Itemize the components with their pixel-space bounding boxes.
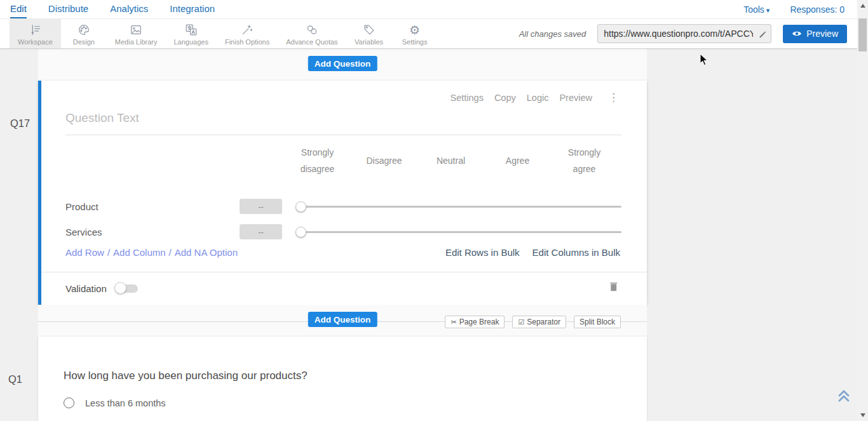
question-number-gutter <box>0 49 38 421</box>
scale-column-header[interactable]: Neutral <box>417 152 484 169</box>
question-logic-link[interactable]: Logic <box>527 93 549 103</box>
tag-icon <box>362 23 376 37</box>
chain-links-icon <box>305 23 319 37</box>
nav-links: Edit Distribute Analytics Integration <box>10 0 215 18</box>
double-chevron-up-icon <box>837 388 851 404</box>
add-question-button-top[interactable]: Add Question <box>308 56 377 71</box>
edit-columns-bulk-link[interactable]: Edit Columns in Bulk <box>532 247 620 258</box>
row-label[interactable]: Product <box>65 201 240 212</box>
option-label[interactable]: Less than 6 months <box>85 398 166 408</box>
pencil-icon <box>758 29 767 38</box>
question-copy-link[interactable]: Copy <box>494 93 516 103</box>
validation-toggle[interactable] <box>114 282 139 295</box>
question-id-q1: Q1 <box>8 373 22 385</box>
question-card-q17: Settings Copy Logic Preview ⋮ Question T… <box>38 81 647 305</box>
nav-tab-integration[interactable]: Integration <box>170 0 215 18</box>
slider <box>295 201 621 212</box>
checkbox-icon: ☑ <box>518 318 524 326</box>
editor-toolbar: Workspace Design Media Library Languages… <box>0 19 857 49</box>
row-column-links: Add Row/Add Column/Add NA Option <box>65 247 238 258</box>
toolbar-item-workspace[interactable]: Workspace <box>10 19 61 48</box>
question-text[interactable]: How long have you been purchasing our pr… <box>64 370 308 382</box>
gear-icon: ⚙ <box>409 23 420 37</box>
toolbar-item-advance-quotas[interactable]: Advance Quotas <box>278 19 346 48</box>
toolbar-item-label: Media Library <box>115 38 158 46</box>
split-block-button[interactable]: Split Block <box>574 316 621 328</box>
slider-handle[interactable] <box>295 201 306 212</box>
toolbar-item-label: Languages <box>173 38 208 46</box>
toolbar-item-label: Settings <box>402 38 428 46</box>
question-id-q17: Q17 <box>10 117 30 130</box>
nav-tab-distribute[interactable]: Distribute <box>48 0 88 18</box>
toolbar-item-label: Variables <box>355 38 383 46</box>
trash-icon <box>608 280 619 293</box>
eye-icon <box>792 30 802 37</box>
scale-column-header[interactable]: Strongly agree <box>551 144 618 177</box>
preview-button[interactable]: Preview <box>783 25 847 43</box>
nav-tab-analytics[interactable]: Analytics <box>110 0 148 18</box>
matrix-row-product: Product -- <box>65 194 621 219</box>
toolbar-item-label: Workspace <box>18 38 53 46</box>
toolbar-item-label: Advance Quotas <box>286 38 337 46</box>
toolbar-item-label: Finish Options <box>225 38 269 46</box>
scale-column-header[interactable]: Strongly disagree <box>284 144 351 177</box>
slider-track <box>305 231 621 233</box>
answer-option-row: Less than 6 months <box>64 398 166 408</box>
survey-editor-canvas: Q17 Q1 Add Question Settings Copy Logic … <box>0 49 857 421</box>
survey-url-input[interactable] <box>598 29 754 39</box>
link-separator: / <box>169 247 172 258</box>
card-divider <box>41 272 647 272</box>
add-question-strip-top: Add Question <box>38 49 647 81</box>
toolbar-item-settings[interactable]: ⚙ Settings <box>392 19 438 48</box>
scale-column-header[interactable]: Disagree <box>351 152 417 169</box>
nav-tab-edit[interactable]: Edit <box>10 0 27 18</box>
validation-label: Validation <box>65 283 107 294</box>
toolbar-item-variables[interactable]: Variables <box>346 19 392 48</box>
add-row-link[interactable]: Add Row <box>65 247 104 258</box>
add-na-option-link[interactable]: Add NA Option <box>175 247 238 258</box>
tools-menu[interactable]: Tools▾ <box>743 4 770 15</box>
toolbar-item-finish-options[interactable]: Finish Options <box>217 19 278 48</box>
scissors-icon: ✂ <box>451 318 456 326</box>
save-status: All changes saved <box>519 29 587 39</box>
image-icon <box>129 23 143 37</box>
radio-button[interactable] <box>64 398 74 408</box>
kebab-menu-icon[interactable]: ⋮ <box>608 92 619 103</box>
palette-icon <box>77 23 91 37</box>
scroll-to-top-button[interactable] <box>837 388 851 407</box>
top-nav: Edit Distribute Analytics Integration To… <box>0 0 857 19</box>
caret-down-icon: ▾ <box>766 6 770 14</box>
page-break-button[interactable]: ✂ Page Break <box>445 316 505 328</box>
scrollbar-down-arrow[interactable] <box>860 413 865 417</box>
scale-column-header[interactable]: Agree <box>484 152 551 169</box>
toolbar-item-design[interactable]: Design <box>61 19 107 48</box>
add-question-strip-middle: Add Question ✂ Page Break ☑ Separator Sp… <box>38 305 647 337</box>
separator-button[interactable]: ☑ Separator <box>512 316 566 328</box>
add-question-button-middle[interactable]: Add Question <box>308 312 377 327</box>
row-label[interactable]: Services <box>65 227 240 237</box>
magic-wand-icon <box>240 23 254 37</box>
question-settings-link[interactable]: Settings <box>450 93 483 103</box>
toolbar-item-media-library[interactable]: Media Library <box>107 19 166 48</box>
vertical-scrollbar <box>857 0 868 421</box>
workspace-icon <box>28 23 42 37</box>
matrix-row-services: Services -- <box>65 219 621 244</box>
scrollbar-thumb[interactable] <box>858 18 867 51</box>
delete-question-button[interactable] <box>608 280 619 295</box>
slider <box>295 227 621 237</box>
toolbar-item-languages[interactable]: Languages <box>165 19 216 48</box>
edit-rows-bulk-link[interactable]: Edit Rows in Bulk <box>445 247 520 258</box>
survey-url-box <box>597 24 771 43</box>
question-text-input[interactable]: Question Text <box>65 111 621 135</box>
add-column-link[interactable]: Add Column <box>113 247 166 258</box>
edit-url-button[interactable] <box>754 25 771 43</box>
slider-handle[interactable] <box>295 227 306 237</box>
scale-header-row: Strongly disagree Disagree Neutral Agree… <box>284 144 618 177</box>
responses-count[interactable]: Responses: 0 <box>790 4 844 15</box>
toolbar-item-label: Design <box>73 38 95 46</box>
translate-icon <box>184 23 198 37</box>
scrollbar-up-arrow[interactable] <box>860 4 865 8</box>
slider-track <box>305 206 621 208</box>
question-preview-link[interactable]: Preview <box>559 93 592 103</box>
slider-value-display: -- <box>240 199 282 214</box>
